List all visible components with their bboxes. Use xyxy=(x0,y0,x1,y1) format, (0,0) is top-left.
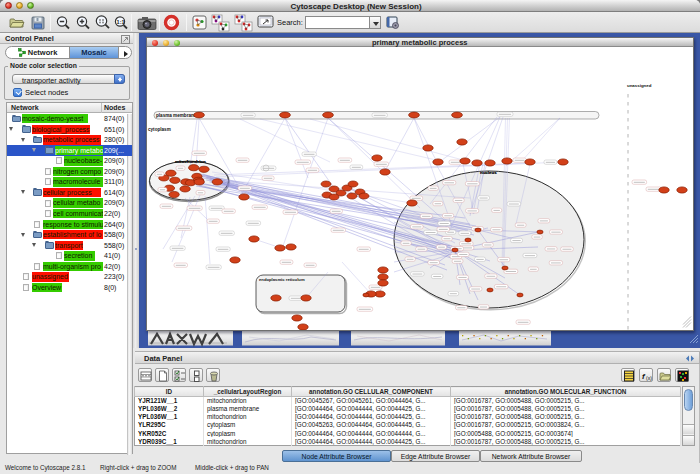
svg-text:nucleus: nucleus xyxy=(480,170,497,175)
svg-text:plasma membrane: plasma membrane xyxy=(156,113,197,118)
svg-text:mitochondrion: mitochondrion xyxy=(175,159,206,164)
svg-text:(x): (x) xyxy=(646,375,652,381)
svg-text:1:1: 1:1 xyxy=(117,19,125,25)
svg-text:cytoplasm: cytoplasm xyxy=(148,127,171,132)
svg-text:endoplasmic reticulum: endoplasmic reticulum xyxy=(259,277,305,282)
svg-text:unassigned: unassigned xyxy=(627,83,652,88)
